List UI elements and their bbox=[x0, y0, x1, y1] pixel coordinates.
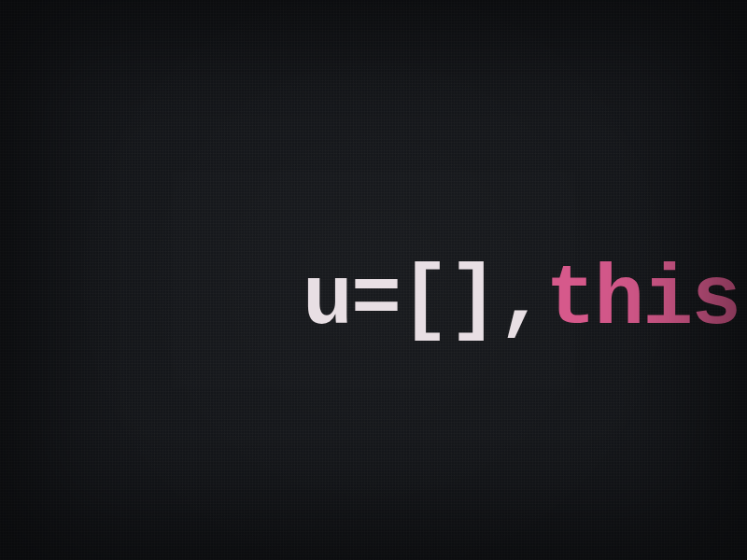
code-token: u bbox=[254, 253, 351, 348]
code-editor-viewport: u=[],this},dis eturn p.fireWit e:functio… bbox=[0, 0, 747, 560]
code-token: } bbox=[740, 253, 747, 348]
code-token: this bbox=[545, 253, 740, 348]
code-token: =[ bbox=[351, 253, 448, 348]
code-line: u=[],this},dis bbox=[0, 161, 747, 442]
code-token: ] bbox=[448, 253, 497, 348]
code-token: , bbox=[497, 253, 545, 348]
code-block: u=[],this},dis eturn p.fireWit e:functio… bbox=[0, 0, 747, 560]
